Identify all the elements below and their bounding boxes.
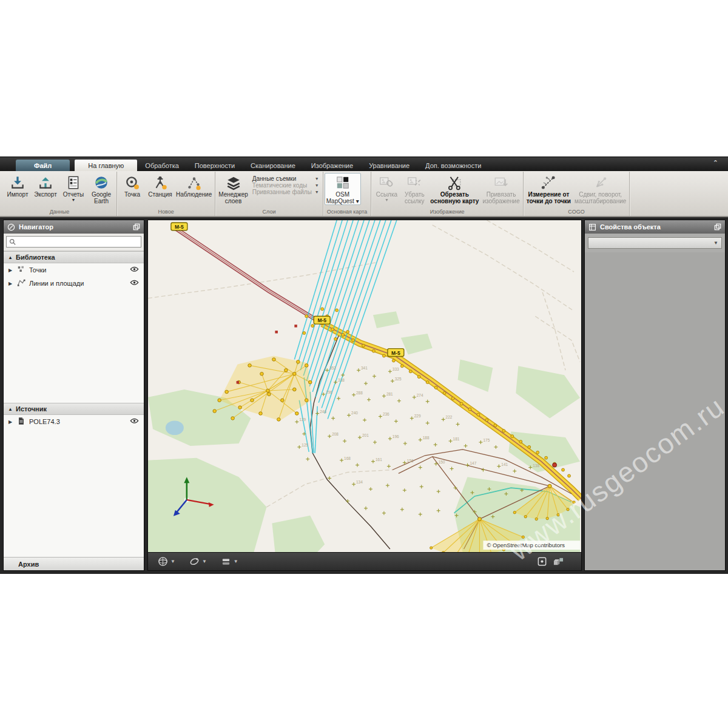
- m5-badge: М-5: [388, 349, 404, 357]
- view-orientation-control[interactable]: ▼: [158, 556, 175, 567]
- svg-text:© OpenStreetMap contributors: © OpenStreetMap contributors: [487, 542, 565, 548]
- svg-text:325: 325: [395, 377, 402, 381]
- tab-processing[interactable]: Обработка: [137, 160, 186, 171]
- measure-icon: [541, 175, 556, 190]
- station-icon: [152, 175, 168, 190]
- osm-attribution: © OpenStreetMap contributors: [483, 541, 580, 550]
- chevron-down-icon: ▼: [315, 183, 319, 187]
- tab-image[interactable]: Изображение: [303, 160, 361, 171]
- svg-text:134: 134: [356, 480, 363, 484]
- group-new-label: Новое: [118, 209, 214, 216]
- svg-text:125: 125: [302, 443, 308, 447]
- observation-button[interactable]: Наблюдение: [174, 173, 214, 198]
- tab-scanning[interactable]: Сканирование: [243, 160, 303, 171]
- group-data: ИмпортЭкспортОтчеты▼GoogleEarthДанные: [2, 172, 117, 216]
- tree-item-points[interactable]: ▶Точки: [4, 263, 144, 277]
- ribbon-collapse-icon[interactable]: ⌃: [713, 159, 718, 167]
- visibility-eye-icon[interactable]: [130, 278, 139, 289]
- group-image-label: Изображение: [372, 209, 521, 216]
- svg-text:147: 147: [470, 461, 477, 465]
- chevron-down-icon: ▼: [713, 240, 718, 246]
- crop-icon: [447, 175, 462, 190]
- expand-icon[interactable]: ▶: [8, 268, 13, 273]
- undock-icon[interactable]: [133, 223, 140, 231]
- survey-data-dropdown[interactable]: Данные съемки▼: [252, 175, 319, 182]
- archive-bar[interactable]: Архив: [4, 557, 144, 570]
- map-toolbar: ▼ ▼ ▼: [148, 552, 581, 570]
- display-mode-control[interactable]: ▼: [221, 556, 238, 567]
- navigator-search[interactable]: [6, 236, 141, 248]
- properties-header: Свойства объекта: [585, 220, 725, 234]
- tab-home[interactable]: На главную: [75, 160, 137, 171]
- snapshot-icon[interactable]: [537, 556, 547, 567]
- crop-basemap-button[interactable]: Обрезатьосновную карту: [428, 173, 480, 205]
- tab-bar: ФайлНа главнуюОбработкаПоверхностиСканир…: [0, 157, 728, 171]
- svg-text:175: 175: [483, 438, 490, 442]
- properties-title: Свойства объекта: [600, 223, 661, 231]
- import-icon: [10, 175, 25, 190]
- tab-adjustment[interactable]: Уравнивание: [361, 160, 417, 171]
- remove-link-button[interactable]: Убратьссылку: [400, 173, 428, 205]
- visibility-eye-icon[interactable]: [130, 417, 139, 427]
- tree-item-pole74[interactable]: ▶POLE74.3: [4, 415, 144, 428]
- tab-surfaces[interactable]: Поверхности: [187, 160, 243, 171]
- export-button[interactable]: Экспорт: [32, 173, 59, 198]
- feature-codes-dropdown[interactable]: Тематические коды▼: [252, 182, 319, 189]
- link-icon: [379, 175, 394, 190]
- search-input[interactable]: [18, 238, 138, 246]
- map-canvas[interactable]: 3523413333383252962882812742462402362292…: [148, 220, 581, 552]
- tree-item-lines-areas[interactable]: ▶Линии и площади: [4, 277, 144, 290]
- group-image: Ссылка▼УбратьссылкуОбрезатьосновную карт…: [371, 172, 523, 216]
- svg-text:240: 240: [351, 411, 358, 416]
- 3d-cubes-icon[interactable]: [553, 556, 564, 567]
- reports-button[interactable]: Отчеты▼: [59, 173, 87, 203]
- svg-text:129: 129: [299, 417, 306, 422]
- undock-icon[interactable]: [714, 223, 721, 231]
- svg-text:341: 341: [361, 366, 368, 370]
- file-icon: [17, 417, 25, 425]
- navigator-title: Навигатор: [19, 223, 53, 231]
- svg-text:М-5: М-5: [317, 317, 326, 323]
- attached-files-dropdown[interactable]: Привязанные файлы▼: [252, 189, 319, 195]
- group-new: ТочкаСтанцияНаблюдениеНовое: [117, 172, 215, 216]
- group-basemap-label: Основная карта: [325, 209, 370, 216]
- svg-text:229: 229: [414, 414, 421, 418]
- move-rotate-scale-button[interactable]: Сдвиг, поворот,масштабирование: [573, 173, 628, 205]
- visibility-eye-icon[interactable]: [130, 265, 139, 275]
- svg-text:181: 181: [453, 437, 460, 441]
- section-source[interactable]: ▴Источник: [4, 403, 144, 415]
- link-button[interactable]: Ссылка▼: [372, 173, 400, 203]
- map-svg[interactable]: 3523413333383252962882812742462402362292…: [148, 220, 581, 552]
- import-button[interactable]: Импорт: [4, 173, 32, 198]
- svg-text:222: 222: [446, 415, 453, 419]
- georeference-image-button[interactable]: Привязатьизображение: [480, 173, 521, 205]
- expand-icon[interactable]: ▶: [8, 419, 13, 425]
- svg-text:201: 201: [362, 433, 369, 437]
- tab-extras[interactable]: Доп. возможности: [417, 160, 489, 171]
- svg-text:161: 161: [376, 457, 382, 462]
- unlink-icon: [406, 175, 422, 190]
- expand-icon[interactable]: ▶: [8, 281, 13, 286]
- google-earth-button[interactable]: GoogleEarth: [87, 173, 115, 205]
- point-button[interactable]: Точка: [118, 173, 146, 198]
- osm-mapquest-button[interactable]: OSMMapQuest ▾: [325, 173, 361, 205]
- group-layers-label: Слои: [217, 209, 322, 216]
- points-icon: [17, 265, 25, 274]
- layer-manager-button[interactable]: Менеджерслоев: [217, 173, 250, 205]
- svg-text:296: 296: [326, 390, 332, 394]
- orbit-control[interactable]: ▼: [189, 556, 207, 567]
- object-selector-dropdown[interactable]: ▼: [588, 237, 722, 249]
- layers-flat-icon: [221, 556, 231, 567]
- svg-text:138: 138: [533, 463, 539, 468]
- chevron-down-icon: ▼: [234, 559, 238, 564]
- section-library[interactable]: ▴Библиотека: [4, 251, 144, 263]
- svg-text:156: 156: [407, 459, 414, 463]
- collapse-icon: ▴: [9, 255, 12, 260]
- observation-icon: [186, 175, 202, 190]
- navigator-panel: Навигатор ▴Библиотека▶Точки▶Линии и площ…: [3, 220, 144, 571]
- station-button[interactable]: Станция: [146, 173, 174, 198]
- svg-text:288: 288: [356, 391, 363, 395]
- tab-file[interactable]: Файл: [16, 160, 70, 171]
- svg-text:274: 274: [417, 393, 423, 397]
- measure-point-to-point-button[interactable]: Измерение отточки до точки: [525, 173, 573, 205]
